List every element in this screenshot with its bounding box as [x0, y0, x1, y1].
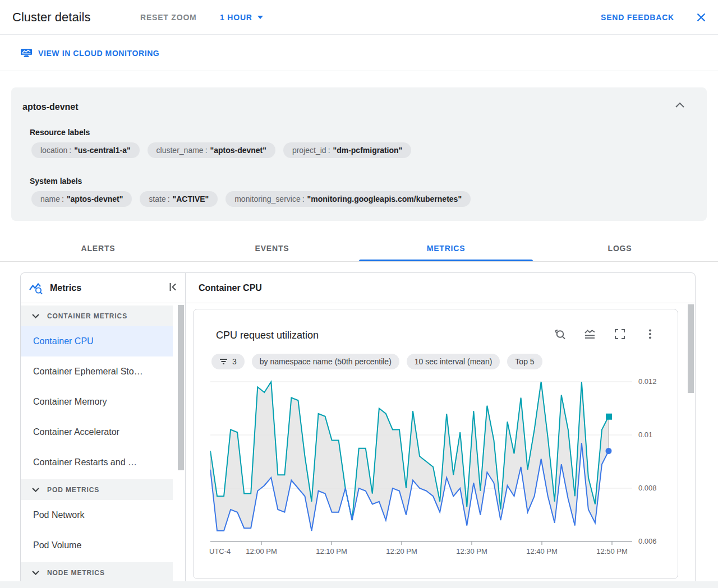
metrics-sidebar: Metrics CONTAINER METRICSContainer CPUCo… [21, 273, 186, 581]
metrics-icon [29, 281, 43, 295]
chart-chip-label: Top 5 [515, 357, 534, 366]
tab-alerts[interactable]: ALERTS [11, 235, 185, 261]
system-label-chip: monitoring_service:"monitoring.googleapi… [225, 191, 471, 207]
x-axis-timezone-label: UTC-4 [209, 547, 237, 555]
chevron-down-icon [32, 314, 39, 318]
area-chart-icon [584, 328, 596, 340]
system-labels-row: name:"aptos-devnet"state:"ACTIVE"monitor… [31, 191, 471, 207]
system-label-value: "aptos-devnet" [67, 195, 123, 203]
chart-chip-label: by namespace name (50th percentile) [260, 357, 392, 366]
resource-label-key: location [40, 146, 67, 155]
sidebar-header: Metrics [21, 273, 185, 303]
y-axis-tick-label: 0.008 [638, 484, 672, 492]
y-axis-tick-label: 0.006 [638, 537, 672, 545]
zoom-reset-icon [554, 328, 565, 340]
label-separator: : [69, 146, 71, 155]
chart-card: CPU request utilization 3by namespace na… [193, 309, 678, 579]
system-label-chip: state:"ACTIVE" [140, 191, 218, 207]
chart-chip[interactable]: 10 sec interval (mean) [407, 354, 500, 369]
system-labels-title: System labels [30, 177, 82, 186]
x-axis-tick-label: 12:20 PM [379, 547, 424, 555]
sidebar-item-container-restarts-and[interactable]: Container Restarts and … [21, 447, 173, 478]
more-options-button[interactable] [643, 327, 657, 341]
tab-metrics[interactable]: METRICS [359, 235, 533, 261]
close-button[interactable] [692, 8, 710, 26]
chart-title: CPU request utilization [216, 330, 319, 341]
metrics-panel: Metrics CONTAINER METRICSContainer CPUCo… [20, 272, 696, 581]
tab-logs[interactable]: LOGS [533, 235, 707, 261]
sidebar-item-pod-network[interactable]: Pod Network [21, 500, 173, 530]
sidebar-title: Metrics [50, 283, 81, 293]
page-background-strip [0, 581, 718, 588]
sidebar-item-container-accelerator[interactable]: Container Accelerator [21, 417, 173, 447]
resource-label-chip: cluster_name:"aptos-devnet" [148, 142, 275, 158]
collapse-sidebar-button[interactable] [169, 283, 177, 293]
chevron-down-icon [32, 488, 39, 492]
view-in-cloud-monitoring-link[interactable]: VIEW IN CLOUD MONITORING [20, 48, 159, 58]
x-axis-tick-label: 12:40 PM [519, 547, 564, 555]
sidebar-item-container-memory[interactable]: Container Memory [21, 387, 173, 417]
fullscreen-button[interactable] [613, 327, 627, 341]
resource-label-chip: project_id:"dm-pcfmigration" [283, 142, 411, 158]
main-scrollbar[interactable] [688, 304, 694, 393]
system-label-value: "monitoring.googleapis.com/kubernetes" [307, 195, 462, 203]
page-title: Cluster details [12, 10, 90, 25]
sidebar-section-node-metrics[interactable]: NODE METRICS [21, 562, 173, 581]
chart-actions [553, 327, 657, 341]
x-axis-tick-label: 12:50 PM [590, 547, 634, 555]
sidebar-item-container-cpu[interactable]: Container CPU [21, 326, 173, 356]
resource-labels-row: location:"us-central1-a"cluster_name:"ap… [31, 142, 411, 158]
fullscreen-icon [614, 328, 626, 340]
time-range-label: 1 HOUR [220, 13, 252, 22]
dialog-header: Cluster details RESET ZOOM 1 HOUR SEND F… [0, 0, 718, 35]
resource-label-value: "dm-pcfmigration" [333, 146, 403, 155]
system-label-chip: name:"aptos-devnet" [31, 191, 132, 207]
label-separator: : [205, 146, 208, 155]
sidebar-section-label: NODE METRICS [47, 569, 105, 577]
system-label-key: monitoring_service [234, 195, 301, 203]
cpu-utilization-chart[interactable] [210, 376, 632, 547]
filter-icon [219, 358, 228, 365]
label-separator: : [62, 195, 64, 203]
metrics-main-area: Container CPU CPU request utilization 3b… [186, 273, 695, 581]
chart-chip[interactable]: Top 5 [507, 354, 542, 369]
label-separator: : [302, 195, 305, 203]
zoom-reset-button[interactable] [553, 327, 566, 341]
y-axis-tick-label: 0.01 [638, 430, 672, 439]
chart-chip-label: 10 sec interval (mean) [415, 357, 493, 366]
x-axis-tick-label: 12:30 PM [449, 547, 494, 555]
label-separator: : [328, 146, 330, 155]
chart-filter-chips: 3by namespace name (50th percentile)10 s… [211, 354, 542, 369]
collapse-card-button[interactable] [675, 101, 684, 109]
more-options-icon [645, 328, 656, 340]
sidebar-section-label: POD METRICS [47, 486, 99, 494]
label-separator: : [168, 195, 170, 203]
monitoring-link-label: VIEW IN CLOUD MONITORING [38, 49, 159, 58]
cluster-info-card: aptos-devnet Resource labels location:"u… [11, 87, 707, 221]
sidebar-section-label: CONTAINER METRICS [47, 312, 127, 320]
tab-bar: ALERTSEVENTSMETRICSLOGS [0, 235, 718, 262]
send-feedback-button[interactable]: SEND FEEDBACK [601, 13, 674, 22]
area-chart-button[interactable] [583, 327, 596, 341]
reset-zoom-button[interactable]: RESET ZOOM [140, 13, 197, 22]
resource-label-chip: location:"us-central1-a" [31, 142, 140, 158]
sidebar-item-container-ephemeral-sto[interactable]: Container Ephemeral Sto… [21, 356, 173, 387]
tab-events[interactable]: EVENTS [185, 235, 359, 261]
metric-group-heading: Container CPU [186, 273, 695, 303]
chevron-down-icon [257, 16, 263, 19]
sidebar-section-container-metrics[interactable]: CONTAINER METRICS [21, 305, 173, 326]
chart-chip[interactable]: by namespace name (50th percentile) [252, 354, 399, 369]
resource-label-value: "us-central1-a" [74, 146, 130, 155]
sidebar-item-pod-volume[interactable]: Pod Volume [21, 530, 173, 561]
system-label-key: state [149, 195, 165, 203]
sidebar-section-pod-metrics[interactable]: POD METRICS [21, 479, 173, 500]
time-range-dropdown[interactable]: 1 HOUR [220, 13, 263, 22]
chevron-down-icon [32, 571, 39, 575]
system-label-key: name [40, 195, 60, 203]
chevron-up-icon [675, 103, 684, 108]
cluster-name: aptos-devnet [22, 102, 79, 112]
x-axis-tick-label: 12:10 PM [309, 547, 354, 555]
sidebar-scrollbar[interactable] [178, 305, 184, 470]
chart-chip[interactable]: 3 [211, 354, 245, 369]
resource-labels-title: Resource labels [30, 128, 90, 137]
